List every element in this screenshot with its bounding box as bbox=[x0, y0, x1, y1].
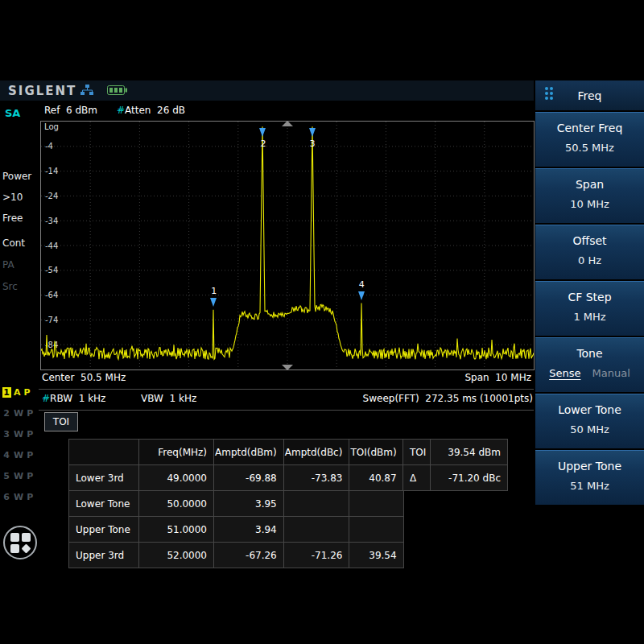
cell-freq: 50.0000 bbox=[139, 491, 214, 517]
row-label: Upper Tone bbox=[69, 517, 139, 543]
table-row: Upper Tone 51.0000 3.94 bbox=[69, 517, 404, 543]
cell-freq: 51.0000 bbox=[139, 517, 214, 543]
toi-col-freq: Freq(MHz) bbox=[139, 440, 214, 465]
rbw-label: #RBW 1 kHz bbox=[42, 393, 105, 404]
cell-freq: 49.0000 bbox=[139, 465, 214, 491]
svg-text:-34: -34 bbox=[45, 217, 58, 225]
home-menu-button[interactable] bbox=[3, 526, 37, 559]
sidebar-item-gt10[interactable]: >10 bbox=[2, 192, 23, 203]
cell-amptd-dbm: 3.94 bbox=[214, 517, 284, 543]
summary-label-delta: Δ bbox=[403, 465, 431, 491]
trace-indicator-6[interactable]: 6WP bbox=[2, 492, 34, 502]
brand-logo: SIGLENT bbox=[8, 84, 76, 98]
trace-indicator-3[interactable]: 3WP bbox=[2, 429, 34, 440]
svg-text:-4: -4 bbox=[45, 142, 53, 151]
center-frequency-label: Center 50.5 MHz bbox=[42, 372, 126, 383]
row-label: Upper 3rd bbox=[69, 543, 139, 568]
toi-summary-row: Δ -71.20 dBc bbox=[403, 465, 508, 491]
toi-summary-table: TOI 39.54 dBm Δ -71.20 dBc bbox=[402, 439, 508, 491]
cell-amptd-dbc: -73.83 bbox=[283, 465, 349, 491]
divider bbox=[39, 410, 534, 411]
softkey-span[interactable]: Span 10 MHz bbox=[535, 168, 644, 223]
top-drag-handle[interactable] bbox=[282, 121, 293, 126]
softkey-upper-tone[interactable]: Upper Tone 51 MHz bbox=[535, 450, 644, 505]
trace-indicator-4[interactable]: 4WP bbox=[2, 450, 34, 460]
sidebar-item-src: Src bbox=[2, 281, 18, 292]
toi-summary-row: TOI 39.54 dBm bbox=[403, 440, 508, 465]
analyzer-screen: SIGLENT SA Power >10 Free Cont PA Src 1A… bbox=[0, 80, 644, 564]
svg-text:-24: -24 bbox=[45, 192, 58, 200]
span-label: Span 10 MHz bbox=[464, 372, 531, 383]
ref-level: Ref 6 dBm bbox=[44, 105, 97, 116]
toi-col-amptd-dbc: Amptd(dBc) bbox=[283, 440, 349, 465]
cell-toi bbox=[349, 517, 403, 543]
lan-network-icon bbox=[80, 85, 94, 96]
toi-header-row: Freq(MHz) Amptd(dBm) Amptd(dBc) TOI(dBm) bbox=[69, 440, 404, 465]
tone-option-manual[interactable]: Manual bbox=[592, 367, 630, 379]
softkey-cf-step[interactable]: CF Step 1 MHz bbox=[535, 281, 644, 336]
trace-indicator-1[interactable]: 1AP bbox=[2, 387, 31, 398]
row-label: Lower Tone bbox=[69, 491, 139, 517]
toi-tab[interactable]: TOI bbox=[44, 412, 78, 431]
sidebar-item-power[interactable]: Power bbox=[2, 171, 31, 182]
svg-text:-74: -74 bbox=[45, 316, 58, 324]
cell-toi: 39.54 bbox=[349, 543, 403, 568]
sidebar-item-pa: PA bbox=[2, 259, 14, 270]
toi-col-blank bbox=[69, 440, 139, 465]
bottom-drag-handle[interactable] bbox=[282, 365, 293, 370]
scale-type-label: Log bbox=[44, 122, 59, 131]
cell-toi: 40.87 bbox=[349, 465, 403, 491]
cell-toi bbox=[349, 491, 403, 517]
battery-icon bbox=[107, 85, 128, 96]
softkey-offset[interactable]: Offset 0 Hz bbox=[535, 225, 644, 279]
cell-amptd-dbc bbox=[283, 491, 349, 517]
softkey-lower-tone[interactable]: Lower Tone 50 MHz bbox=[535, 394, 644, 448]
tone-option-sense[interactable]: Sense bbox=[549, 367, 580, 379]
summary-value-toi: 39.54 dBm bbox=[431, 440, 508, 465]
summary-label-toi: TOI bbox=[403, 440, 431, 465]
menu-dots-icon bbox=[545, 87, 553, 100]
svg-text:-14: -14 bbox=[45, 167, 58, 175]
sweep-label: Sweep(FFT) 272.35 ms (10001pts) bbox=[363, 393, 533, 404]
cell-amptd-dbc: -71.26 bbox=[283, 543, 349, 568]
top-bar: SIGLENT bbox=[0, 80, 534, 101]
home-grid-icon bbox=[10, 533, 31, 553]
svg-text:-44: -44 bbox=[45, 242, 58, 250]
cell-amptd-dbm: 3.95 bbox=[214, 491, 284, 517]
softkey-tone[interactable]: Tone Sense Manual bbox=[535, 337, 644, 392]
table-row: Lower Tone 50.0000 3.95 bbox=[69, 491, 404, 517]
toi-col-toi: TOI(dBm) bbox=[349, 440, 403, 465]
toi-col-amptd-dbm: Amptd(dBm) bbox=[214, 440, 284, 465]
cell-amptd-dbm: -67.26 bbox=[214, 543, 284, 568]
attenuation: #Atten 26 dB bbox=[117, 105, 185, 116]
cell-amptd-dbm: -69.88 bbox=[214, 465, 284, 491]
trace-indicator-5[interactable]: 5WP bbox=[2, 471, 34, 481]
divider bbox=[39, 389, 534, 390]
spectrum-canvas: -4-14-24-34-44-54-64-74-84 bbox=[41, 122, 534, 369]
svg-text:-54: -54 bbox=[45, 266, 58, 275]
table-row: Lower 3rd 49.0000 -69.88 -73.83 40.87 bbox=[69, 465, 404, 491]
vbw-label: VBW 1 kHz bbox=[141, 393, 196, 404]
cell-amptd-dbc bbox=[283, 517, 349, 543]
cell-freq: 52.0000 bbox=[139, 543, 214, 568]
mode-indicator-sa: SA bbox=[5, 107, 20, 119]
row-label: Lower 3rd bbox=[69, 465, 139, 491]
table-row: Upper 3rd 52.0000 -67.26 -71.26 39.54 bbox=[69, 543, 404, 568]
sidebar-item-cont[interactable]: Cont bbox=[2, 237, 25, 249]
softkey-center-freq[interactable]: Center Freq 50.5 MHz bbox=[535, 112, 644, 167]
sidebar-item-free[interactable]: Free bbox=[2, 213, 23, 224]
toi-table: Freq(MHz) Amptd(dBm) Amptd(dBc) TOI(dBm)… bbox=[68, 439, 404, 568]
trace-indicator-2[interactable]: 2WP bbox=[2, 408, 34, 419]
menu-header-freq[interactable]: Freq bbox=[535, 80, 644, 110]
summary-value-delta: -71.20 dBc bbox=[431, 465, 508, 491]
svg-text:-64: -64 bbox=[45, 291, 58, 299]
menu-header-label: Freq bbox=[578, 89, 602, 102]
spectrum-plot[interactable]: -4-14-24-34-44-54-64-74-84 Log 1234 bbox=[40, 121, 535, 370]
